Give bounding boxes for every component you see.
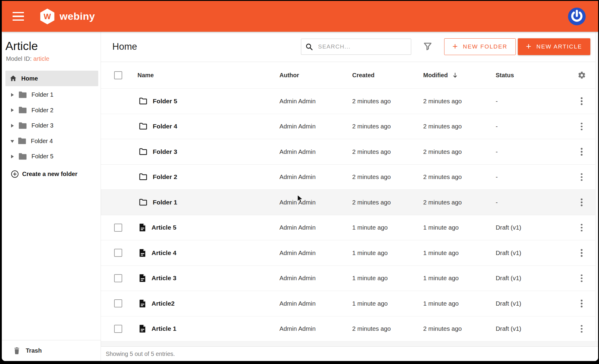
row-actions-kebab-menu[interactable] xyxy=(579,146,584,157)
sidebar-item-trash[interactable]: Trash xyxy=(2,340,101,361)
column-header-modified[interactable]: Modified xyxy=(423,72,496,79)
sidebar-item-folder[interactable]: Folder 5 xyxy=(2,149,101,164)
row-actions-kebab-menu[interactable] xyxy=(579,121,584,132)
entry-status: Draft (v1) xyxy=(496,224,574,231)
sidebar-item-label: Home xyxy=(21,75,38,82)
row-checkbox[interactable] xyxy=(114,325,122,333)
row-checkbox[interactable] xyxy=(114,249,122,257)
entry-created: 2 minutes ago xyxy=(352,325,423,332)
filter-button[interactable] xyxy=(421,40,434,54)
document-icon xyxy=(139,223,146,232)
row-checkbox[interactable] xyxy=(114,224,122,232)
entry-modified: 2 minutes ago xyxy=(423,173,496,181)
sidebar-folder-label: Folder 3 xyxy=(31,122,53,129)
entry-modified: 2 minutes ago xyxy=(423,98,496,105)
sidebar-item-folder[interactable]: Folder 1 xyxy=(2,87,101,103)
column-header-created[interactable]: Created xyxy=(352,72,423,79)
row-actions-kebab-menu[interactable] xyxy=(579,273,584,284)
table-row[interactable]: Article 1 Admin Admin 2 minutes ago 2 mi… xyxy=(101,316,598,342)
model-id-value: article xyxy=(33,55,49,62)
entry-name: Article 3 xyxy=(152,274,176,282)
model-title: Article xyxy=(5,40,101,53)
new-folder-button[interactable]: + NEW FOLDER xyxy=(444,38,516,55)
column-header-author[interactable]: Author xyxy=(279,72,352,79)
trash-label: Trash xyxy=(26,347,42,354)
entry-author: Admin Admin xyxy=(279,325,352,332)
entry-author: Admin Admin xyxy=(279,123,352,130)
entry-created: 1 minute ago xyxy=(352,249,423,257)
entry-modified: 1 minute ago xyxy=(423,274,496,282)
entry-status: Draft (v1) xyxy=(496,274,574,282)
entries-table: Name Author Created Modified xyxy=(101,62,598,342)
entry-status: - xyxy=(496,123,574,130)
caret-icon[interactable] xyxy=(11,155,14,158)
row-checkbox[interactable] xyxy=(114,299,122,307)
table-row[interactable]: Folder 4 Admin Admin 2 minutes ago 2 min… xyxy=(101,114,598,139)
column-header-name[interactable]: Name xyxy=(137,72,279,79)
row-actions-kebab-menu[interactable] xyxy=(579,197,584,208)
brand-wordmark: webiny xyxy=(60,10,95,22)
entries-summary-text: Showing 5 out of 5 entries. xyxy=(106,351,175,357)
row-actions-kebab-menu[interactable] xyxy=(579,323,584,335)
table-settings-button[interactable] xyxy=(577,71,586,80)
entry-name: Article 4 xyxy=(152,249,176,257)
column-header-status[interactable]: Status xyxy=(496,72,574,79)
table-row[interactable]: Article 5 Admin Admin 1 minute ago 1 min… xyxy=(101,215,598,241)
entry-status: Draft (v1) xyxy=(496,325,574,332)
table-row[interactable]: Article 3 Admin Admin 1 minute ago 1 min… xyxy=(101,266,598,291)
table-row[interactable]: Folder 3 Admin Admin 2 minutes ago 2 min… xyxy=(101,139,598,165)
entry-created: 1 minute ago xyxy=(352,224,423,231)
caret-icon[interactable] xyxy=(11,124,14,128)
entry-name: Folder 2 xyxy=(153,173,177,181)
search-input[interactable] xyxy=(317,43,407,50)
sidebar-item-home[interactable]: Home xyxy=(5,71,98,86)
entry-author: Admin Admin xyxy=(279,148,352,155)
sidebar-folder-label: Folder 2 xyxy=(31,107,53,114)
select-all-checkbox[interactable] xyxy=(114,71,122,79)
folder-icon xyxy=(139,122,147,130)
document-icon xyxy=(139,274,146,282)
sidebar-folder-label: Folder 5 xyxy=(31,153,53,160)
svg-text:W: W xyxy=(44,12,51,20)
folder-icon xyxy=(18,153,27,160)
entry-modified: 1 minute ago xyxy=(423,249,496,257)
row-actions-kebab-menu[interactable] xyxy=(579,172,584,183)
sidebar-item-folder[interactable]: Folder 2 xyxy=(2,103,101,118)
row-actions-kebab-menu[interactable] xyxy=(579,95,584,107)
new-article-button[interactable]: + NEW ARTICLE xyxy=(518,38,590,55)
entry-created: 1 minute ago xyxy=(352,274,423,282)
entry-name: Folder 3 xyxy=(153,148,177,155)
user-avatar[interactable] xyxy=(568,7,586,26)
entry-author: Admin Admin xyxy=(279,249,352,257)
create-folder-button[interactable]: Create a new folder xyxy=(2,167,79,182)
row-actions-kebab-menu[interactable] xyxy=(579,222,584,233)
table-row[interactable]: Article2 Admin Admin 1 minute ago 1 minu… xyxy=(101,291,598,316)
table-row[interactable]: Folder 2 Admin Admin 2 minutes ago 2 min… xyxy=(101,165,598,190)
caret-icon[interactable] xyxy=(11,93,14,97)
vertical-scrollbar[interactable] xyxy=(595,32,598,341)
sidebar-folder-list: Folder 1 Folder 2 xyxy=(2,87,101,164)
folder-icon xyxy=(18,122,27,130)
table-bottom-band xyxy=(101,342,598,346)
row-actions-kebab-menu[interactable] xyxy=(579,298,584,309)
sidebar-item-folder[interactable]: Folder 3 xyxy=(2,118,101,134)
sidebar: Article Model ID: article Home xyxy=(2,32,101,361)
row-actions-kebab-menu[interactable] xyxy=(579,247,584,259)
entry-name: Folder 1 xyxy=(153,199,177,206)
entry-status: Draft (v1) xyxy=(496,300,574,307)
document-icon xyxy=(139,299,146,308)
table-row[interactable]: Folder 1 Admin Admin 2 minutes ago 2 min… xyxy=(101,190,598,215)
entry-name: Article 1 xyxy=(152,325,176,332)
table-row[interactable]: Folder 5 Admin Admin 2 minutes ago 2 min… xyxy=(101,89,598,114)
hamburger-menu-icon[interactable] xyxy=(13,12,24,21)
caret-icon[interactable] xyxy=(11,108,14,112)
model-id: Model ID: article xyxy=(6,55,101,62)
sidebar-item-folder[interactable]: Folder 4 xyxy=(2,134,101,149)
row-checkbox[interactable] xyxy=(114,274,122,282)
entry-created: 2 minutes ago xyxy=(352,123,423,130)
column-label: Status xyxy=(496,72,514,79)
table-row[interactable]: Article 4 Admin Admin 1 minute ago 1 min… xyxy=(101,240,598,266)
folder-tree: Home Folder 1 xyxy=(2,71,101,182)
app-window: W webiny Article Model ID: article xyxy=(2,1,598,361)
caret-icon[interactable] xyxy=(10,140,14,143)
